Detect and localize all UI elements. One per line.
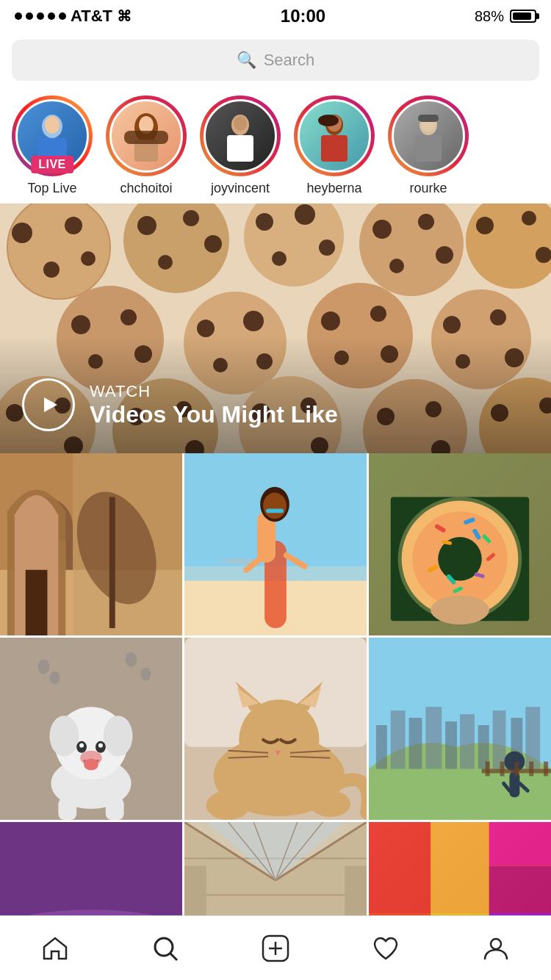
svg-point-136 [84,759,98,771]
search-nav-icon [151,934,179,962]
svg-rect-165 [525,707,540,768]
svg-point-44 [71,315,90,334]
svg-point-214 [491,939,501,949]
svg-point-42 [536,247,551,263]
story-avatar-chchoitoi [109,99,183,173]
story-ring-rourke [388,96,469,176]
battery-icon [510,10,536,23]
search-placeholder: Search [264,51,315,70]
svg-point-60 [490,309,506,325]
nav-add[interactable] [246,926,305,970]
stories-row[interactable]: LIVE Top Live chchoitoi [0,88,551,203]
svg-rect-160 [445,721,457,768]
search-container: 🔍 Search [0,32,551,88]
svg-point-49 [197,320,215,337]
svg-point-38 [389,259,404,273]
svg-point-25 [137,216,156,235]
svg-point-9 [234,116,247,131]
watch-play-button[interactable] [22,378,75,431]
watch-overlay[interactable]: WATCH Videos You Might Like [22,378,338,431]
svg-point-40 [476,217,494,234]
svg-point-28 [158,255,173,270]
story-username-rourke: rourke [409,181,447,196]
svg-rect-159 [425,707,442,768]
story-item-heyberna[interactable]: heyberna [294,96,375,196]
carrier-label: AT&T [71,7,112,26]
svg-point-124 [49,671,60,685]
svg-line-210 [170,954,177,960]
svg-point-33 [272,251,287,266]
watch-label: WATCH [90,382,338,401]
story-username-joyvincent: joyvincent [211,181,270,196]
status-left: AT&T ⌘ [15,7,132,26]
svg-marker-82 [44,397,57,412]
add-icon [262,934,289,962]
svg-rect-8 [227,135,253,162]
svg-point-35 [372,220,392,239]
search-icon: 🔍 [237,51,256,70]
svg-rect-137 [58,798,76,820]
svg-point-129 [49,716,79,757]
story-item-rourke[interactable]: rourke [388,96,469,196]
grid-cell-dog[interactable] [0,638,182,820]
svg-rect-121 [431,602,489,617]
story-avatar-wrap-heyberna [294,96,375,176]
svg-point-13 [318,115,339,126]
profile-icon [483,935,509,962]
story-username-top-live: Top Live [27,181,76,196]
photo-grid [0,453,551,980]
grid-cell-donut[interactable] [369,453,551,635]
nav-search[interactable] [136,926,195,970]
svg-point-153 [206,790,251,820]
svg-point-133 [79,743,84,748]
status-right: 88% [475,8,536,25]
story-item-chchoitoi[interactable]: chchoitoi [106,96,187,196]
svg-rect-100 [266,508,284,513]
story-username-chchoitoi: chchoitoi [120,181,172,196]
story-ring-chchoitoi [106,96,187,176]
signal-dots [15,12,66,20]
svg-point-30 [256,213,273,231]
grid-cell-beach[interactable] [184,453,367,635]
story-avatar-wrap-rourke [388,96,469,176]
story-avatar-wrap-chchoitoi [106,96,187,176]
svg-point-20 [12,223,32,243]
nav-profile[interactable] [467,926,525,970]
nav-home[interactable] [26,926,84,970]
svg-point-2 [45,116,60,134]
story-item-top-live[interactable]: LIVE Top Live [12,96,93,196]
story-avatar-rourke [392,99,465,173]
svg-point-209 [155,938,173,956]
svg-point-41 [522,211,536,226]
watch-text: WATCH Videos You Might Like [90,382,338,428]
nav-heart[interactable] [356,926,415,970]
wifi-icon: ⌘ [117,7,132,25]
svg-point-27 [204,235,222,253]
svg-rect-6 [124,131,168,144]
story-avatar-wrap-joyvincent [200,96,281,176]
svg-point-134 [98,743,103,748]
svg-rect-173 [514,762,519,777]
svg-rect-90 [26,570,48,635]
story-ring-heyberna [294,96,375,176]
svg-rect-11 [321,135,347,162]
story-ring-joyvincent [200,96,281,176]
grid-cell-city[interactable] [369,638,551,820]
svg-rect-15 [415,135,442,162]
story-avatar-joyvincent [204,99,277,173]
bottom-nav [0,915,551,980]
svg-point-54 [321,311,340,331]
clock: 10:00 [281,6,325,26]
svg-rect-138 [106,798,124,820]
svg-rect-89 [109,497,115,629]
svg-point-36 [418,214,434,230]
grid-cell-arch[interactable] [0,453,182,635]
story-username-heyberna: heyberna [306,181,361,196]
story-item-joyvincent[interactable]: joyvincent [200,96,281,196]
search-bar[interactable]: 🔍 Search [12,40,539,81]
grid-cell-cat[interactable] [184,638,367,820]
watch-banner[interactable]: WATCH Videos You Might Like [0,203,551,453]
battery-percentage: 88% [475,8,504,25]
svg-rect-172 [500,762,505,777]
story-avatar-wrap-top-live: LIVE [12,96,93,176]
